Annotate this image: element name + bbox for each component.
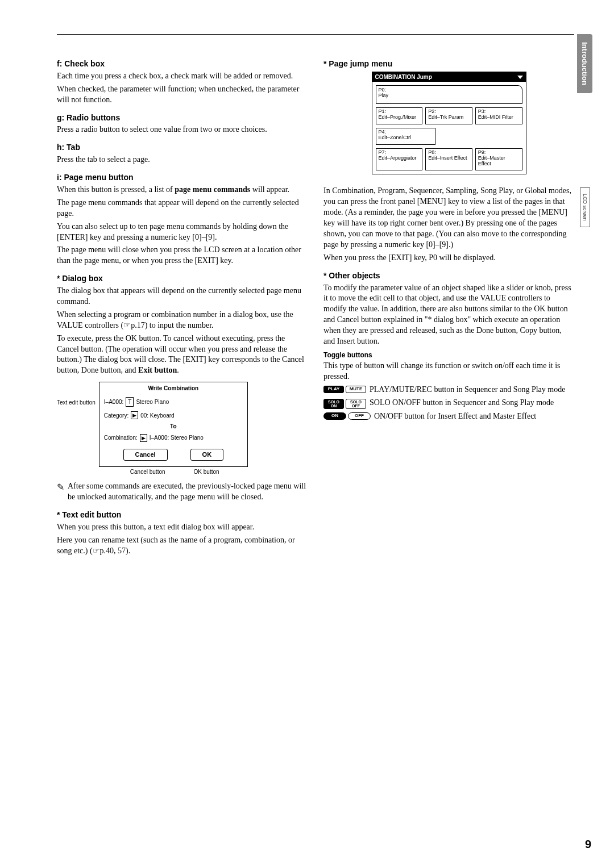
heading-page-jump: * Page jump menu — [323, 59, 574, 69]
dialog-row-combination: Combination: ▶ I–A000: Stereo Piano — [99, 432, 247, 444]
label-cancel-button: Cancel button — [130, 468, 165, 476]
heading-i: i: Page menu button — [57, 172, 308, 183]
text-i-1a: When this button is pressed, a list of — [57, 185, 175, 194]
jump-tab-p1[interactable]: P1:Edit–Prog./Mixer — [376, 107, 423, 124]
cancel-button[interactable]: Cancel — [123, 449, 168, 461]
dialog-row1-text: Stereo Piano — [136, 398, 169, 406]
dialog-frame: Write Combination I–A000: T Stereo Piano… — [99, 382, 248, 467]
dropdown-icon[interactable]: ▶ — [140, 434, 147, 442]
text-textedit-1: When you press this button, a text edit … — [57, 522, 308, 533]
left-column: f: Check box Each time you press a check… — [57, 52, 308, 559]
note-block: ✎ After some commands are executed, the … — [57, 481, 308, 503]
text-i-1b: will appear. — [250, 185, 289, 194]
heading-g: g: Radio buttons — [57, 112, 308, 123]
menu-dropdown-icon[interactable] — [517, 76, 523, 79]
dialog-row3-label: Combination: — [104, 434, 138, 442]
jump-tab-p8[interactable]: P8:Edit–Insert Effect — [425, 148, 472, 171]
text-h-1: Press the tab to select a page. — [57, 155, 308, 165]
heading-f: f: Check box — [57, 59, 308, 69]
text-textedit-2: Here you can rename text (such as the na… — [57, 535, 308, 557]
jump-tab-p0[interactable]: P0: Play — [376, 85, 522, 104]
p0-text: Play — [379, 93, 389, 98]
solo-off-button-icon: SOLOOFF — [346, 399, 366, 409]
text-pagejump-1: In Combination, Program, Sequencer, Samp… — [323, 186, 574, 250]
heading-other-objects: * Other objects — [323, 270, 574, 281]
heading-dialog: * Dialog box — [57, 273, 308, 284]
toggle-row-onoff: ON OFF ON/OFF button for Insert Effect a… — [323, 411, 574, 422]
text-i-1strong: page menu commands — [175, 185, 250, 194]
note-icon: ✎ — [57, 481, 64, 503]
page-jump-menu: COMBINATION Jump P0: Play P1:Edit–Prog./… — [372, 72, 526, 175]
side-tab-introduction: Introduction — [577, 34, 592, 93]
side-tab-lcd: LCD screen — [580, 187, 590, 227]
text-edit-icon[interactable]: T — [126, 397, 134, 407]
toggle-row-solo: SOLOON SOLOOFF SOLO ON/OFF button in Seq… — [323, 398, 574, 409]
text-i-2: The page menu commands that appear will … — [57, 198, 308, 219]
top-rule — [57, 34, 574, 35]
ok-button[interactable]: OK — [190, 449, 224, 461]
dialog-row-name: I–A000: T Stereo Piano — [99, 395, 247, 410]
text-pagejump-2: When you press the [EXIT] key, P0 will b… — [323, 253, 574, 264]
dialog-row3-text: I–A000: Stereo Piano — [150, 434, 204, 442]
text-toggle-intro: This type of button will change its func… — [323, 361, 574, 382]
text-f-2: When checked, the parameter will functio… — [57, 84, 308, 106]
text-dialog-3a: To execute, press the OK button. To canc… — [57, 334, 304, 375]
text-dialog-1: The dialog box that appears will depend … — [57, 286, 308, 307]
jump-tab-p7[interactable]: P7:Edit–Arpeggiator — [376, 148, 423, 171]
p0-label: P0: — [379, 87, 387, 93]
text-dialog-3strong: Exit button — [138, 366, 177, 374]
text-dialog-2: When selecting a program or combination … — [57, 310, 308, 331]
heading-text-edit: * Text edit button — [57, 510, 308, 520]
dialog-to-label: To — [99, 422, 247, 432]
mute-button-icon: MUTE — [346, 386, 366, 393]
jump-tab-p4[interactable]: P4:Edit–Zone/Ctrl — [376, 128, 435, 145]
text-dialog-3: To execute, press the OK button. To canc… — [57, 333, 308, 377]
dialog-row-category: Category: ▶ 00: Keyboard — [99, 409, 247, 422]
toggle-row3-text: ON/OFF button for Insert Effect and Mast… — [374, 411, 574, 422]
dialog-row2-label: Category: — [104, 412, 128, 420]
right-column: * Page jump menu COMBINATION Jump P0: Pl… — [323, 52, 574, 559]
toggle-row1-text: PLAY/MUTE/REC button in Sequencer and So… — [370, 385, 574, 395]
text-g-1: Press a radio button to select one value… — [57, 124, 308, 135]
jump-tab-p2[interactable]: P2:Edit–Trk Param — [425, 107, 472, 124]
toggle-row2-text: SOLO ON/OFF button in Sequencer and Song… — [370, 398, 574, 408]
text-i-4: The page menu will close when you press … — [57, 245, 308, 266]
page-jump-header: COMBINATION Jump — [372, 72, 526, 82]
text-other-1: To modify the parameter value of an obje… — [323, 283, 574, 347]
page-number: 9 — [585, 838, 591, 851]
jump-tab-p9[interactable]: P9:Edit–Master Effect — [475, 148, 522, 171]
text-dialog-3b: . — [177, 366, 179, 374]
play-button-icon: PLAY — [323, 386, 344, 393]
text-i-1: When this button is pressed, a list of p… — [57, 185, 308, 195]
dialog-row2-text: 00: Keyboard — [140, 412, 175, 420]
dialog-figure: Text edit button Write Combination I–A00… — [57, 382, 308, 475]
note-text: After some commands are executed, the pr… — [68, 481, 308, 503]
text-f-1: Each time you press a check box, a check… — [57, 71, 308, 82]
off-button-icon: OFF — [348, 412, 371, 420]
heading-h: h: Tab — [57, 142, 308, 153]
dialog-row1-prefix: I–A000: — [104, 398, 123, 406]
dropdown-icon[interactable]: ▶ — [131, 411, 138, 419]
heading-toggle: Toggle buttons — [323, 350, 574, 360]
toggle-row-play: PLAY MUTE PLAY/MUTE/REC button in Sequen… — [323, 385, 574, 395]
dialog-title: Write Combination — [99, 382, 247, 395]
solo-on-button-icon: SOLOON — [323, 399, 344, 409]
label-ok-button: OK button — [194, 468, 219, 476]
label-text-edit-button: Text edit button — [57, 382, 96, 407]
text-i-3: You can also select up to ten page menu … — [57, 222, 308, 243]
jump-tab-p3[interactable]: P3:Edit–MIDI Filter — [475, 107, 522, 124]
page-jump-header-text: COMBINATION Jump — [375, 73, 432, 81]
on-button-icon: ON — [323, 412, 346, 420]
